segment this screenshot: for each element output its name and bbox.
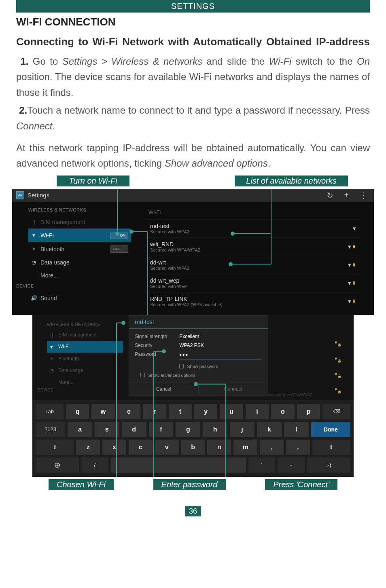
wifi-network-row[interactable]: RND_TP-LINK Secured with WPA2 (WPS avail… — [144, 292, 362, 310]
password-input[interactable] — [179, 351, 262, 360]
sidebar-item-sim[interactable]: ▯ SIM management — [28, 216, 131, 228]
show-advanced-row[interactable]: Show advanced options — [135, 370, 262, 379]
key-shift-right[interactable]: ⇧ — [312, 440, 350, 455]
wifi-icon: ▾ — [31, 232, 36, 238]
key-backspace[interactable]: ⌫ — [322, 404, 350, 419]
key-d[interactable]: d — [122, 422, 146, 437]
connect-button[interactable]: Connect — [199, 383, 268, 395]
wifi-toggle[interactable]: ON — [110, 232, 128, 239]
wifi-network-row[interactable]: dd-wrt Secured with WPA2 ▾🔒 — [144, 256, 362, 274]
bluetooth-icon: ⌖ — [49, 355, 54, 362]
wifi-network-row[interactable]: wifi_RND Secured with WPA/WPA2 ▾🔒 — [144, 237, 362, 256]
sidebar-item-bluetooth[interactable]: ⌖ Bluetooth OFF — [28, 242, 131, 256]
sidebar-sim-label: SIM management — [40, 219, 85, 225]
data-usage-icon: ◔ — [49, 368, 54, 374]
cancel-button[interactable]: Cancel — [129, 383, 199, 395]
key-symbols[interactable]: ?123 — [36, 422, 65, 437]
step-1-num: 1. — [20, 56, 28, 67]
sidebar-item-wifi[interactable]: ▾ Wi-Fi ON — [28, 228, 131, 242]
add-icon[interactable]: + — [344, 190, 349, 200]
key-v[interactable]: v — [155, 440, 179, 455]
key-i[interactable]: i — [246, 404, 269, 419]
subsection-title: Connecting to Wi-Fi Network with Automat… — [16, 36, 370, 48]
key-y[interactable]: y — [194, 404, 217, 419]
sidebar-item-wifi-2[interactable]: ▾ Wi-Fi — [47, 341, 123, 353]
step-1: 1. Go to Settings > Wireless & networks … — [16, 54, 370, 100]
wifi-network-row[interactable]: rnd-test Secured with WPA2 ▾ — [144, 219, 362, 237]
key-n[interactable]: n — [207, 440, 231, 455]
wifi-security: Secured with WEP — [150, 284, 187, 289]
sidebar-item-more[interactable]: More... — [28, 269, 131, 282]
key-shift-left[interactable]: ⇧ — [36, 440, 74, 455]
key-z[interactable]: z — [76, 440, 100, 455]
key-comma[interactable]: , — [260, 440, 284, 455]
dialog-buttons: Cancel Connect — [129, 383, 268, 395]
para2-b: Show advanced options — [165, 158, 268, 169]
sidebar-item-sound[interactable]: 🔊 Sound — [28, 292, 131, 305]
wifi-security: Secured with WPA/WPA2 — [150, 247, 200, 252]
key-j[interactable]: j — [230, 422, 255, 437]
wifi-network-row[interactable]: dd-wrt_wep Secured with WEP ▾🔒 — [144, 274, 362, 292]
key-s[interactable]: s — [95, 422, 119, 437]
sidebar-item-bluetooth-2[interactable]: ⌖ Bluetooth — [47, 353, 123, 365]
checkbox-icon[interactable] — [179, 364, 184, 368]
key-m[interactable]: m — [233, 440, 257, 455]
key-r[interactable]: r — [143, 404, 166, 419]
sidebar-more-label: More... — [40, 272, 58, 279]
key-h[interactable]: h — [203, 422, 227, 437]
sidebar-item-sim-2[interactable]: ▯ SIM management — [47, 329, 123, 341]
key-tab[interactable]: Tab — [36, 404, 64, 419]
checkbox-icon[interactable] — [140, 373, 145, 377]
key-t[interactable]: t — [169, 404, 192, 419]
settings-title: Settings — [28, 192, 49, 199]
sidebar-item-more-2[interactable]: More... — [47, 376, 123, 388]
show-password-label: Show password — [187, 364, 218, 369]
overflow-menu-icon[interactable]: ⋮ — [359, 190, 367, 200]
password-label: Password — [135, 351, 179, 360]
key-a[interactable]: a — [68, 422, 92, 437]
sidebar-item-data-usage-2[interactable]: ◔ Data usage — [47, 365, 123, 376]
key-l[interactable]: l — [284, 422, 309, 437]
key-language[interactable]: ⨁ — [36, 457, 79, 473]
key-g[interactable]: g — [176, 422, 200, 437]
wifi-signal-icon: ▾🔒 — [335, 386, 341, 393]
bluetooth-icon: ⌖ — [31, 246, 36, 252]
key-dash[interactable]: - — [278, 457, 305, 473]
sidebar-bt-label: Bluetooth — [40, 246, 64, 252]
callout-list: List of available networks — [235, 176, 348, 186]
key-b[interactable]: b — [181, 440, 205, 455]
bluetooth-toggle[interactable]: OFF — [110, 245, 128, 253]
show-password-row[interactable]: Show password — [135, 362, 262, 370]
wifi-signal-icon: ▾🔒 — [335, 339, 341, 347]
key-k[interactable]: k — [257, 422, 282, 437]
sidebar-sound-label: Sound — [40, 295, 57, 301]
step-1-text-c: and slide the — [202, 56, 269, 67]
settings-app-icon — [16, 191, 24, 199]
key-o[interactable]: o — [271, 404, 294, 419]
key-space[interactable] — [111, 457, 246, 473]
sidebar-wifi-label: Wi-Fi — [58, 344, 70, 349]
key-u[interactable]: u — [220, 404, 243, 419]
wifi-section-header: Wi-Fi — [144, 207, 362, 219]
key-e[interactable]: e — [117, 404, 140, 419]
key-period[interactable]: . — [286, 440, 310, 455]
wifi-signal-icon: ▾🔒 — [335, 355, 341, 363]
security-value: WPA2 PSK — [179, 343, 204, 348]
signal-value: Excellent — [179, 334, 199, 339]
key-q[interactable]: q — [66, 404, 89, 419]
wifi-signal-icon: ▾ — [353, 225, 356, 232]
wifi-security: Secured with WPA2 — [150, 266, 189, 271]
key-done[interactable]: Done — [311, 422, 350, 437]
key-x[interactable]: x — [102, 440, 126, 455]
key-smiley[interactable]: :-) — [307, 457, 350, 473]
step-1-on: On — [357, 56, 370, 67]
key-p[interactable]: p — [297, 404, 320, 419]
password-row: Password — [135, 350, 262, 362]
key-w[interactable]: w — [91, 404, 115, 419]
key-apostrophe[interactable]: ' — [248, 457, 276, 473]
key-slash[interactable]: / — [81, 457, 108, 473]
sidebar-item-data-usage[interactable]: ◔ Data usage — [28, 256, 131, 269]
key-f[interactable]: f — [149, 422, 174, 437]
key-c[interactable]: c — [129, 440, 153, 455]
refresh-icon[interactable]: ↻ — [327, 190, 333, 200]
